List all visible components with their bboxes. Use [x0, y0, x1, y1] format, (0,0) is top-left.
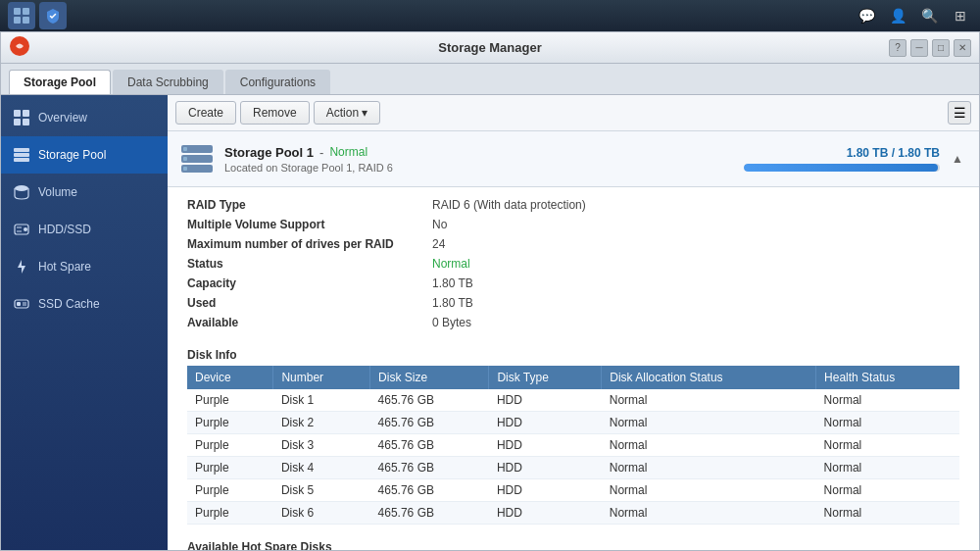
pool-details: RAID Type RAID 6 (With data protection) … [168, 187, 979, 340]
disk-type: HDD [489, 412, 602, 434]
disk-health: Normal [816, 457, 959, 479]
disk-allocation: Normal [602, 434, 816, 457]
help-btn[interactable]: ? [889, 39, 906, 57]
disk-size: 465.76 GB [370, 412, 489, 434]
remove-button[interactable]: Remove [240, 101, 310, 125]
dropdown-arrow-icon: ▾ [362, 106, 368, 120]
disk-type: HDD [489, 502, 602, 525]
disk-col-size: Disk Size [370, 366, 489, 389]
pool-info: Storage Pool 1 - Normal Located on Stora… [224, 145, 744, 174]
disk-size: 465.76 GB [370, 457, 489, 479]
table-row: Purple Disk 5 465.76 GB HDD Normal Norma… [187, 479, 959, 502]
collapse-button[interactable]: ▲ [948, 149, 967, 169]
sidebar-item-volume[interactable]: Volume [1, 174, 168, 211]
table-row: Purple Disk 6 465.76 GB HDD Normal Norma… [187, 502, 959, 525]
app-logo-area [9, 35, 30, 60]
system-bar-right: 💬 👤 🔍 ⊞ [855, 4, 972, 27]
toolbar: Create Remove Action ▾ ☰ [168, 95, 979, 131]
pool-name: Storage Pool 1 - Normal [224, 145, 744, 160]
list-view-button[interactable]: ☰ [948, 101, 971, 125]
app-window: Storage Manager ? ─ □ ✕ Storage Pool Dat… [0, 31, 980, 551]
disk-allocation: Normal [602, 412, 816, 434]
content-area: Overview Storage Pool [1, 95, 979, 550]
system-bar: 💬 👤 🔍 ⊞ [0, 0, 980, 31]
disk-device: Purple [187, 479, 273, 502]
search-icon[interactable]: 🔍 [917, 4, 941, 27]
disk-health: Normal [816, 434, 959, 457]
close-btn[interactable]: ✕ [954, 39, 971, 57]
disk-number: Disk 4 [273, 457, 370, 479]
svg-rect-8 [23, 119, 29, 125]
disk-allocation: Normal [602, 479, 816, 502]
disk-health: Normal [816, 479, 959, 502]
svg-rect-11 [14, 158, 29, 162]
message-icon[interactable]: 💬 [855, 4, 878, 27]
table-row: Purple Disk 4 465.76 GB HDD Normal Norma… [187, 457, 959, 479]
tab-data-scrubbing[interactable]: Data Scrubbing [113, 70, 223, 94]
svg-rect-1 [23, 8, 29, 15]
disk-size: 465.76 GB [370, 434, 489, 457]
svg-point-12 [15, 185, 28, 191]
sidebar-item-hdd-ssd[interactable]: HDD/SSD [1, 211, 168, 248]
disk-size: 465.76 GB [370, 389, 489, 412]
disk-size: 465.76 GB [370, 502, 489, 525]
detail-available: Available 0 Bytes [187, 313, 959, 332]
main-panel: Create Remove Action ▾ ☰ [168, 95, 979, 550]
tab-storage-pool[interactable]: Storage Pool [9, 70, 111, 94]
disk-col-type: Disk Type [489, 366, 602, 389]
disk-col-allocation: Disk Allocation Status [602, 366, 816, 389]
disk-type: HDD [489, 434, 602, 457]
sidebar-label-hot-spare: Hot Spare [38, 260, 91, 274]
action-button[interactable]: Action ▾ [314, 101, 380, 125]
disk-device: Purple [187, 457, 273, 479]
disk-allocation: Normal [602, 502, 816, 525]
disk-number: Disk 3 [273, 434, 370, 457]
disk-type: HDD [489, 389, 602, 412]
tab-configurations[interactable]: Configurations [225, 70, 330, 94]
hdd-icon [13, 221, 30, 238]
disk-device: Purple [187, 412, 273, 434]
overview-icon [13, 109, 30, 126]
disk-health: Normal [816, 502, 959, 525]
disk-col-number: Number [273, 366, 370, 389]
pool-icon [13, 146, 30, 164]
sidebar: Overview Storage Pool [1, 95, 168, 550]
disk-number: Disk 2 [273, 412, 370, 434]
pool-item: Storage Pool 1 - Normal Located on Stora… [168, 131, 979, 550]
action-label: Action [326, 106, 359, 120]
sidebar-item-overview[interactable]: Overview [1, 99, 168, 136]
disk-health: Normal [816, 389, 959, 412]
hotspare-icon [13, 258, 30, 276]
detail-multi-volume: Multiple Volume Support No [187, 215, 959, 234]
disk-number: Disk 6 [273, 502, 370, 525]
toolbar-right: ☰ [948, 101, 971, 125]
minimize-btn[interactable]: ─ [910, 39, 928, 57]
sidebar-item-ssd-cache[interactable]: SSD Cache [1, 285, 168, 323]
sidebar-item-hot-spare[interactable]: Hot Spare [1, 248, 168, 285]
disk-allocation: Normal [602, 389, 816, 412]
pool-capacity: 1.80 TB / 1.80 TB [744, 146, 940, 172]
disk-size: 465.76 GB [370, 479, 489, 502]
capacity-fill [744, 164, 938, 172]
hot-spare-title: Available Hot Spare Disks [168, 532, 979, 550]
maximize-btn[interactable]: □ [932, 39, 950, 57]
taskbar-icon-grid[interactable] [8, 2, 35, 29]
volume-icon [13, 183, 30, 201]
svg-rect-3 [23, 17, 29, 24]
taskbar-icon-shield[interactable] [39, 2, 67, 29]
sidebar-item-storage-pool[interactable]: Storage Pool [1, 136, 168, 174]
pool-item-icon [179, 141, 215, 176]
disk-type: HDD [489, 479, 602, 502]
svg-rect-7 [14, 119, 21, 125]
sidebar-label-volume: Volume [38, 185, 77, 199]
user-icon[interactable]: 👤 [886, 4, 909, 27]
create-button[interactable]: Create [175, 101, 236, 125]
svg-rect-18 [17, 302, 21, 306]
svg-rect-2 [14, 17, 21, 24]
svg-rect-6 [23, 110, 29, 117]
menu-icon[interactable]: ⊞ [949, 4, 972, 27]
svg-rect-24 [183, 147, 187, 151]
pool-status: Normal [329, 145, 368, 159]
detail-capacity: Capacity 1.80 TB [187, 274, 959, 293]
disk-allocation: Normal [602, 457, 816, 479]
